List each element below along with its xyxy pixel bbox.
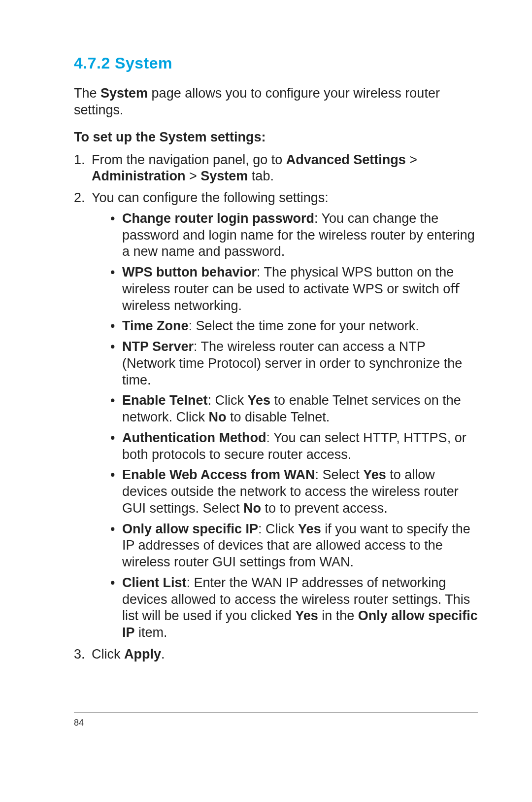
- list-item: WPS button behavior: The physical WPS bu…: [110, 264, 478, 314]
- page-number: 84: [74, 718, 84, 728]
- text-bold: Only allow speciﬁc IP: [122, 522, 258, 536]
- text: to to prevent access.: [261, 501, 388, 516]
- text-bold: No: [243, 501, 261, 516]
- text-bold: Change router login password: [122, 211, 314, 226]
- text: to disable Telnet.: [227, 410, 330, 424]
- text: item.: [135, 625, 167, 640]
- text-bold: Administration: [92, 169, 186, 183]
- text-bold: Client List: [122, 575, 187, 590]
- text: in the: [318, 608, 358, 623]
- settings-list: Change router login password: You can ch…: [110, 210, 478, 641]
- text: : Select: [315, 467, 364, 482]
- step-item: From the navigation panel, go to Advance…: [74, 152, 478, 185]
- text: .: [161, 647, 165, 662]
- text: >: [186, 169, 201, 183]
- text-bold: System: [200, 169, 248, 183]
- text-bold: Time Zone: [122, 318, 189, 333]
- list-item: NTP Server: The wireless router can acce…: [110, 339, 478, 388]
- text: >: [406, 152, 417, 167]
- procedure-heading: To set up the System settings:: [74, 130, 478, 145]
- steps-list: From the navigation panel, go to Advance…: [74, 152, 478, 663]
- text-bold: Authentication Method: [122, 430, 266, 445]
- manual-page: 4.7.2 System The System page allows you …: [0, 0, 532, 802]
- text: : Select the time zone for your network.: [189, 318, 419, 333]
- list-item: Client List: Enter the WAN IP addresses …: [110, 575, 478, 641]
- text: You can conﬁgure the following settings:: [92, 190, 329, 205]
- text-bold: Enable Web Access from WAN: [122, 467, 315, 482]
- list-item: Enable Telnet: Click Yes to enable Telne…: [110, 392, 478, 426]
- text-bold: WPS button behavior: [122, 265, 257, 279]
- text-bold: Yes: [295, 608, 318, 623]
- list-item: Only allow speciﬁc IP: Click Yes if you …: [110, 521, 478, 571]
- text-bold: System: [100, 86, 148, 101]
- text: The: [74, 86, 100, 101]
- text-bold: Advanced Settings: [286, 152, 406, 167]
- intro-paragraph: The System page allows you to conﬁgure y…: [74, 85, 478, 119]
- text-bold: No: [209, 410, 227, 424]
- text: : Click: [208, 393, 248, 408]
- step-item: Click Apply.: [74, 646, 478, 663]
- step-item: You can conﬁgure the following settings:…: [74, 190, 478, 641]
- list-item: Change router login password: You can ch…: [110, 210, 478, 260]
- text-bold: Yes: [363, 467, 386, 482]
- text: Click: [92, 647, 124, 662]
- text-bold: Yes: [248, 393, 271, 408]
- page-footer: 84: [74, 712, 478, 728]
- text: From the navigation panel, go to: [92, 152, 286, 167]
- text: tab.: [248, 169, 274, 183]
- section-heading: 4.7.2 System: [74, 54, 478, 72]
- text-bold: Yes: [298, 522, 321, 536]
- list-item: Time Zone: Select the time zone for your…: [110, 318, 478, 335]
- text-bold: Enable Telnet: [122, 393, 208, 408]
- text-bold: Apply: [124, 647, 161, 662]
- list-item: Authentication Method: You can select HT…: [110, 430, 478, 463]
- list-item: Enable Web Access from WAN: Select Yes t…: [110, 467, 478, 517]
- text-bold: NTP Server: [122, 339, 194, 354]
- text: : Click: [258, 522, 298, 536]
